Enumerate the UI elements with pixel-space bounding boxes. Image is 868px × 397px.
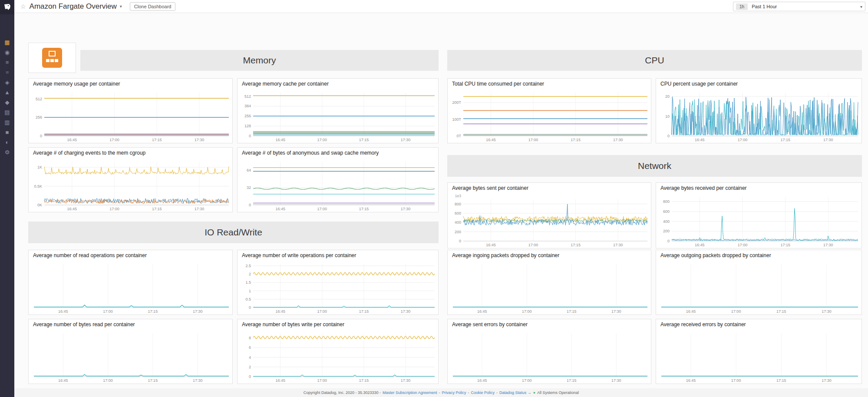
svg-text:17:00: 17:00 xyxy=(731,309,741,314)
chart-card-net-sent[interactable]: Average bytes sent per container 8006004… xyxy=(447,182,651,248)
chart-plot: 16:4517:0017:1517:30 xyxy=(29,260,232,314)
chart-title: Average number of bytes write per contai… xyxy=(238,319,438,328)
svg-text:32: 32 xyxy=(247,185,251,190)
svg-text:17:15: 17:15 xyxy=(567,309,577,314)
dashboard-title[interactable]: Amazon Fargate Overview xyxy=(30,2,117,11)
chart-plot: 16:4517:0017:1517:30 xyxy=(656,260,861,314)
svg-text:17:15: 17:15 xyxy=(780,138,790,142)
chart-plot: 16:4517:0017:1517:30 xyxy=(29,329,232,384)
svg-text:17:00: 17:00 xyxy=(317,378,327,383)
chart-card-net-in-dropped[interactable]: Average ingoing packets dropped by conta… xyxy=(447,250,651,315)
chart-title: Average received errors by container xyxy=(656,319,861,328)
svg-text:2.5: 2.5 xyxy=(245,264,251,268)
svg-text:17:15: 17:15 xyxy=(571,243,581,247)
logs-icon[interactable]: ▥ xyxy=(4,119,10,126)
svg-text:600: 600 xyxy=(663,209,670,214)
svg-text:2: 2 xyxy=(249,365,251,369)
settings-icon[interactable]: ⚙ xyxy=(5,149,10,155)
chart-title: Average ingoing packets dropped by conta… xyxy=(448,250,651,259)
chart-card-mem-usage[interactable]: Average memory usage per container 51225… xyxy=(28,78,233,143)
chart-card-io-read-bytes[interactable]: Average number of bytes read per contain… xyxy=(28,319,233,384)
svg-text:17:15: 17:15 xyxy=(152,138,162,142)
svg-text:17:30: 17:30 xyxy=(613,243,623,247)
chart-plot: 2010016:4517:0017:1517:30 xyxy=(656,89,861,143)
datadog-logo-icon[interactable] xyxy=(0,0,14,14)
notebooks-icon[interactable]: ■ xyxy=(6,129,9,136)
metrics-icon[interactable]: ≈ xyxy=(6,69,9,76)
section-title-cpu: CPU xyxy=(645,55,664,66)
svg-text:0: 0 xyxy=(40,134,42,138)
top-bar: ☆ Amazon Fargate Overview ▾ Clone Dashbo… xyxy=(14,0,868,13)
chart-card-io-write-ops[interactable]: Average number of write operations per c… xyxy=(237,250,439,315)
svg-text:512: 512 xyxy=(244,94,251,99)
svg-text:16:45: 16:45 xyxy=(58,378,68,383)
chart-card-net-sent-err[interactable]: Average sent errors by container 16:4517… xyxy=(447,319,651,384)
chart-card-mem-anon[interactable]: Average # of bytes of anonymous and swap… xyxy=(237,147,439,212)
chart-plot: 16:4517:0017:1517:30 xyxy=(656,329,861,384)
clone-dashboard-button[interactable]: Clone Dashboard xyxy=(130,2,176,11)
svg-text:16:45: 16:45 xyxy=(486,243,496,247)
svg-text:256: 256 xyxy=(36,115,42,119)
time-badge[interactable]: 1h xyxy=(736,3,748,10)
chart-card-io-read-ops[interactable]: Average number of read operations per co… xyxy=(28,250,233,315)
svg-text:0: 0 xyxy=(249,305,251,310)
chart-title: Average bytes received per container xyxy=(656,183,861,192)
time-picker-chevron-down-icon[interactable]: ▾ xyxy=(860,4,862,9)
svg-text:0: 0 xyxy=(459,239,461,243)
chart-card-cpu-percent[interactable]: CPU percent usage per container 2010016:… xyxy=(656,78,862,143)
favorite-star-icon[interactable]: ☆ xyxy=(20,3,26,10)
chart-title: Average number of bytes read per contain… xyxy=(29,319,232,328)
chart-card-mem-charging[interactable]: Average # of charging events to the mem … xyxy=(28,147,233,212)
watchdog-icon[interactable]: ◉ xyxy=(5,50,10,56)
svg-text:100T: 100T xyxy=(452,117,461,122)
section-title-network: Network xyxy=(638,161,671,171)
svg-text:17:30: 17:30 xyxy=(611,309,621,314)
svg-text:20: 20 xyxy=(665,94,670,99)
integrations-icon[interactable]: ▤ xyxy=(4,109,10,116)
svg-text:17:30: 17:30 xyxy=(401,309,411,314)
chart-title: Average sent errors by container xyxy=(448,319,651,328)
svg-text:17:00: 17:00 xyxy=(522,378,532,383)
chart-card-net-recv[interactable]: Average bytes received per container 800… xyxy=(656,182,862,248)
footer-link-cookie[interactable]: Cookie Policy xyxy=(471,390,495,395)
svg-text:17:00: 17:00 xyxy=(522,309,532,314)
infrastructure-icon[interactable]: ◈ xyxy=(5,79,10,86)
svg-text:17:30: 17:30 xyxy=(613,138,623,142)
title-chevron-down-icon[interactable]: ▾ xyxy=(120,4,122,9)
svg-text:16:45: 16:45 xyxy=(58,309,68,314)
chart-plot: 512256016:4517:0017:1517:30 xyxy=(29,89,232,143)
datadog-dog-icon xyxy=(3,3,12,12)
footer-link-status[interactable]: Datadog Status → xyxy=(499,390,531,395)
apm-icon[interactable]: ◆ xyxy=(5,99,10,106)
chart-plot: 1K0.5K0K16:4517:0017:1517:30 xyxy=(29,158,232,212)
footer-link-msa[interactable]: Master Subscription Agreement xyxy=(383,390,437,395)
svg-text:1K: 1K xyxy=(37,165,42,169)
dashboards-icon[interactable]: ▦ xyxy=(4,40,10,46)
chart-card-cpu-time[interactable]: Total CPU time consumed per container 20… xyxy=(447,78,651,143)
footer: Copyright Datadog, Inc. 2020 - 35.302333… xyxy=(14,388,868,397)
footer-link-privacy[interactable]: Privacy Policy xyxy=(442,390,466,395)
chart-card-net-recv-err[interactable]: Average received errors by container 16:… xyxy=(656,319,862,384)
svg-text:17:15: 17:15 xyxy=(359,309,369,314)
svg-text:64: 64 xyxy=(247,168,251,172)
chart-plot: 2.521.510.5016:4517:0017:1517:30 xyxy=(238,260,438,314)
status-ok-dot-icon: ● xyxy=(533,390,535,395)
svg-text:17:00: 17:00 xyxy=(317,138,327,142)
events-icon[interactable]: ≡ xyxy=(6,60,9,66)
svg-text:200: 200 xyxy=(663,229,670,233)
svg-text:17:00: 17:00 xyxy=(103,309,113,314)
monitors-icon[interactable]: ▲ xyxy=(4,89,10,96)
svg-text:16:45: 16:45 xyxy=(275,207,285,211)
chart-card-mem-cache[interactable]: Average memory cache per container 51238… xyxy=(237,78,439,143)
svg-text:17:30: 17:30 xyxy=(823,243,833,247)
time-range-picker[interactable]: 1h Past 1 Hour ▾ xyxy=(733,2,865,11)
svg-text:2: 2 xyxy=(249,272,251,276)
svg-text:16:45: 16:45 xyxy=(275,378,285,383)
svg-text:10: 10 xyxy=(665,114,670,119)
chart-plot: 16:4517:0017:1517:30 xyxy=(448,329,651,384)
chart-card-net-out-dropped[interactable]: Average outgoing packets dropped by cont… xyxy=(656,250,862,315)
chart-title: CPU percent usage per container xyxy=(656,79,861,88)
svg-text:384: 384 xyxy=(244,104,251,108)
chart-card-io-write-bytes[interactable]: Average number of bytes write per contai… xyxy=(237,319,439,384)
security-icon[interactable]: ◐ xyxy=(6,139,9,146)
